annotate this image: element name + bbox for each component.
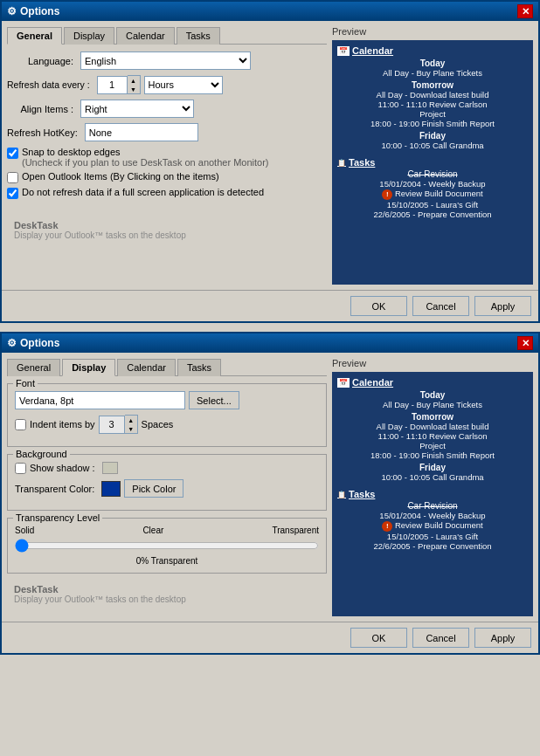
tab-bar-1: General Display Calendar Tasks — [7, 26, 327, 45]
bottom-bar-1: OK Cancel Apply — [2, 290, 538, 321]
tab-display-2[interactable]: Display — [62, 359, 115, 376]
cal-icon-2: 📅 — [337, 378, 350, 388]
indent-row: Indent items by ▲ ▼ Spaces — [15, 415, 319, 434]
language-row: Language: English — [7, 52, 327, 70]
transparent-color-label: Transparent Color: — [15, 484, 94, 494]
transparency-group: Transparency Level Solid Clear Transpare… — [7, 518, 327, 574]
close-button-2[interactable]: ✕ — [517, 336, 533, 350]
indent-spinner: ▲ ▼ — [99, 415, 138, 434]
tab-tasks-1[interactable]: Tasks — [177, 27, 220, 45]
hours-select[interactable]: Hours — [144, 76, 223, 94]
indent-increment[interactable]: ▲ — [125, 416, 137, 424]
title-bar-2: ⚙ Options ✕ — [2, 333, 538, 353]
footer-sub-2: Display your Outlook™ tasks on the deskt… — [14, 594, 320, 604]
refresh-increment[interactable]: ▲ — [128, 76, 140, 85]
window-title-2: Options — [20, 337, 59, 349]
window-content-2: General Display Calendar Tasks Font Verd… — [2, 353, 538, 622]
checkbox1-label: Snap to desktop edges (Uncheck if you pl… — [22, 147, 268, 168]
indent-decrement[interactable]: ▼ — [125, 424, 137, 433]
footer-title-2: DeskTask — [14, 584, 320, 594]
indent-checkbox[interactable] — [15, 419, 26, 430]
task-icon-2: 📋 — [337, 491, 346, 498]
footer-title-1: DeskTask — [14, 220, 320, 230]
window-icon-1: ⚙ — [7, 5, 17, 17]
refresh-row: Refresh data every : ▲ ▼ Hours — [7, 75, 327, 94]
background-group: Background Show shadow : Transparent Col… — [7, 454, 327, 511]
checkbox2-label: Open Outlook Items (By Clicking on the i… — [22, 171, 219, 182]
checkbox1[interactable] — [7, 148, 18, 159]
checkbox2[interactable] — [7, 172, 18, 183]
pick-color-button[interactable]: Pick Color — [124, 479, 183, 498]
footer-sub-1: Display your Outlook™ tasks on the deskt… — [14, 230, 320, 240]
preview-tasks-title-1: 📋 Tasks — [337, 157, 528, 168]
cancel-button-1[interactable]: Cancel — [412, 296, 469, 316]
footer-1: DeskTask Display your Outlook™ tasks on … — [7, 216, 327, 245]
tab-calendar-2[interactable]: Calendar — [117, 359, 176, 376]
cal-icon-1: 📅 — [337, 46, 350, 56]
preview-tomorrow-1: Tomorrow — [337, 80, 528, 90]
tab-calendar-1[interactable]: Calendar — [116, 27, 175, 45]
ok-button-2[interactable]: OK — [350, 628, 407, 648]
font-group-title: Font — [13, 378, 38, 388]
window-title-1: Options — [20, 5, 59, 17]
checkbox3-label: Do not refresh data if a full screen app… — [22, 187, 264, 197]
refresh-decrement[interactable]: ▼ — [128, 85, 140, 93]
preview-cal-title-2: 📅 Calendar — [337, 377, 528, 388]
preview-friday-1: Friday — [337, 131, 528, 141]
checkbox1-row: Snap to desktop edges (Uncheck if you pl… — [7, 147, 327, 168]
tab-display-1[interactable]: Display — [64, 27, 114, 45]
hotkey-label: Refresh HotKey: — [7, 127, 81, 138]
cancel-button-2[interactable]: Cancel — [412, 628, 469, 648]
language-label: Language: — [7, 56, 77, 66]
shadow-row: Show shadow : — [15, 462, 319, 474]
preview-today-item-1: All Day - Buy Plane Tickets — [337, 68, 528, 78]
preview-tomorrow-2: Tomorrow — [337, 412, 528, 422]
exclaim-icon-1: ! — [382, 189, 392, 200]
apply-button-1[interactable]: Apply — [474, 296, 531, 316]
apply-button-2[interactable]: Apply — [474, 628, 531, 648]
right-panel-2: Preview 📅 Calendar Today All Day - Buy P… — [332, 358, 533, 616]
right-panel-1: Preview 📅 Calendar Today All Day - Buy P… — [332, 26, 533, 285]
transparent-label: Transparent — [272, 526, 319, 535]
shadow-checkbox[interactable] — [15, 463, 26, 474]
bg-group-title: Background — [13, 449, 70, 459]
close-button-1[interactable]: ✕ — [517, 4, 533, 18]
indent-spinner-btns: ▲ ▼ — [125, 415, 138, 434]
align-label: Align Items : — [7, 104, 77, 114]
footer-2: DeskTask Display your Outlook™ tasks on … — [7, 581, 327, 609]
preview-box-1: 📅 Calendar Today All Day - Buy Plane Tic… — [332, 40, 533, 285]
font-select-button[interactable]: Select... — [189, 391, 239, 409]
tab-bar-2: General Display Calendar Tasks — [7, 358, 327, 376]
checkbox3[interactable] — [7, 188, 18, 199]
align-select[interactable]: Right Left Center — [80, 100, 194, 118]
transparency-slider[interactable] — [15, 537, 319, 554]
checkbox2-row: Open Outlook Items (By Clicking on the i… — [7, 171, 327, 183]
font-display: Verdana, 8pt — [15, 391, 185, 409]
preview-label-2: Preview — [332, 358, 533, 368]
hotkey-row: Refresh HotKey: — [7, 123, 327, 141]
align-row: Align Items : Right Left Center — [7, 100, 327, 118]
left-panel-1: General Display Calendar Tasks Language:… — [7, 26, 327, 285]
indent-label: Indent items by — [30, 419, 95, 430]
refresh-label: Refresh data every : — [7, 79, 93, 90]
options-window-2: ⚙ Options ✕ General Display Calendar Tas… — [0, 332, 540, 655]
tab-tasks-2[interactable]: Tasks — [177, 359, 221, 376]
shadow-swatch — [102, 462, 118, 474]
language-select[interactable]: English — [80, 52, 251, 70]
color-row: Transparent Color: Pick Color — [15, 479, 319, 498]
checkbox3-row: Do not refresh data if a full screen app… — [7, 187, 327, 199]
preview-today-2: Today — [337, 390, 528, 400]
ok-button-1[interactable]: OK — [350, 296, 407, 316]
refresh-input[interactable] — [97, 76, 128, 94]
tab-general-1[interactable]: General — [7, 27, 62, 45]
preview-tasks-title-2: 📋 Tasks — [337, 489, 528, 499]
indent-unit: Spaces — [142, 419, 174, 430]
tab-general-2[interactable]: General — [7, 359, 60, 376]
preview-cal-title-1: 📅 Calendar — [337, 45, 528, 56]
hotkey-input[interactable] — [85, 123, 198, 141]
font-group: Font Verdana, 8pt Select... Indent items… — [7, 383, 327, 447]
preview-today-1: Today — [337, 58, 528, 68]
indent-input[interactable] — [99, 416, 125, 434]
task-icon-1: 📋 — [337, 159, 346, 167]
exclaim-icon-2: ! — [382, 521, 392, 532]
